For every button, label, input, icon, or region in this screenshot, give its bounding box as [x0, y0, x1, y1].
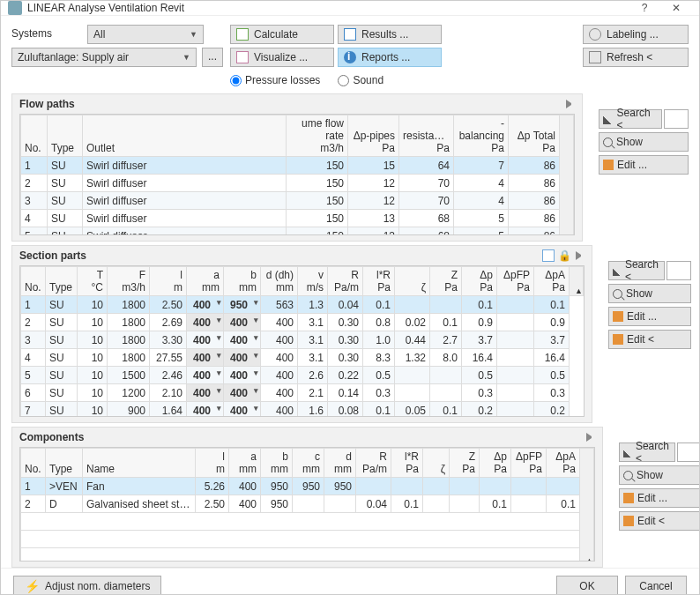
magnifier-icon	[623, 471, 633, 480]
collapse-icon[interactable]	[566, 100, 575, 108]
table-row[interactable]	[21, 548, 594, 562]
table-row[interactable]: 1SUSwirl diffuser1501564786	[21, 157, 574, 175]
lightning-icon: ⚡	[25, 579, 40, 593]
search-button[interactable]: Search <	[599, 109, 662, 129]
titlebar: LINEAR Analyse Ventilation Revit ? ✕	[1, 1, 699, 16]
pressure-radio[interactable]: Pressure losses	[230, 74, 320, 86]
table-row[interactable]: 4SUSwirl diffuser1501368586	[21, 210, 574, 227]
calculate-button[interactable]: Calculate	[230, 25, 334, 44]
flow-section: Flow paths No.TypeOutlet ume flow rate m…	[11, 93, 583, 242]
sections-title: Section parts	[19, 249, 86, 262]
edit-button[interactable]: Edit ...	[619, 488, 699, 508]
components-table[interactable]: No.TypeName l ma mmb mmc mmd mmR Pa/ml*R…	[19, 447, 595, 562]
search-input[interactable]	[677, 443, 699, 462]
table-row[interactable]: 2SU1018002.694004004003.10.300.80.020.10…	[21, 314, 584, 331]
adjust-diameters-button[interactable]: ⚡Adjust nom. diameters	[13, 576, 161, 595]
show-button[interactable]: Show	[619, 465, 699, 485]
scroll-up[interactable]: ▲	[580, 556, 593, 562]
doc-icon[interactable]	[542, 249, 555, 262]
sections-section: Section parts🔒 No.Type T °CF m3/hl ma mm…	[11, 245, 592, 423]
table-row[interactable]: 1>VENFan5.26400950950950	[21, 478, 594, 495]
flow-title: Flow paths	[19, 98, 75, 110]
footer: ⚡Adjust nom. diameters OK Cancel	[1, 568, 699, 595]
search-input[interactable]	[666, 261, 691, 280]
cancel-button[interactable]: Cancel	[625, 576, 687, 595]
subsystem-more-button[interactable]: ...	[202, 48, 223, 67]
show-button[interactable]: Show	[608, 284, 691, 303]
app-icon	[8, 1, 22, 15]
table-row[interactable]: 6SU1012002.104004004002.10.140.30.30.3	[21, 384, 584, 402]
eyedropper-icon	[613, 265, 622, 276]
edit-lt-button[interactable]: Edit <	[608, 330, 691, 349]
collapse-icon[interactable]	[576, 251, 585, 260]
edit-lt-button[interactable]: Edit <	[619, 511, 699, 531]
subsystem-dropdown[interactable]: Zuluftanlage: Supply air ▼	[11, 48, 197, 67]
components-section: Components No.TypeName l ma mmb mmc mmd …	[11, 427, 603, 568]
calculate-icon	[236, 28, 249, 41]
labeling-button[interactable]: Labeling ...	[583, 25, 689, 44]
collapse-icon[interactable]	[586, 433, 595, 442]
edit-icon	[613, 334, 623, 345]
table-row[interactable]: 5SUSwirl diffuser1501368586	[21, 227, 574, 236]
search-button[interactable]: Search <	[608, 261, 665, 280]
table-row[interactable]	[21, 531, 594, 548]
flow-header: No.TypeOutlet ume flow rate m3/hΔp-pipes…	[21, 115, 574, 157]
table-row[interactable]: 5SU1015002.464004004002.60.220.50.50.5	[21, 367, 584, 384]
edit-icon	[603, 160, 614, 170]
content: Flow paths No.TypeOutlet ume flow rate m…	[1, 90, 699, 568]
visualize-button[interactable]: Visualize ...	[230, 48, 334, 67]
edit-icon	[623, 493, 634, 503]
edit-button[interactable]: Edit ...	[608, 307, 691, 326]
eyedropper-icon	[603, 114, 614, 124]
results-icon	[344, 28, 356, 41]
components-header: No.TypeName l ma mmb mmc mmd mmR Pa/ml*R…	[21, 449, 594, 478]
magnifier-icon	[613, 289, 622, 299]
edit-icon	[623, 516, 634, 526]
reports-button[interactable]: Reports ...	[338, 48, 442, 67]
info-icon	[344, 51, 356, 63]
labeling-icon	[589, 28, 601, 41]
flow-table[interactable]: No.TypeOutlet ume flow rate m3/hΔp-pipes…	[19, 114, 575, 235]
close-button[interactable]: ✕	[660, 2, 692, 14]
magnifier-icon	[603, 138, 613, 147]
window-title: LINEAR Analyse Ventilation Revit	[27, 2, 629, 14]
search-input[interactable]	[664, 109, 689, 129]
components-title: Components	[19, 431, 84, 443]
systems-value: All	[93, 28, 105, 41]
lock-icon[interactable]: 🔒	[558, 249, 570, 262]
edit-button[interactable]: Edit ...	[599, 155, 689, 175]
sections-header: No.Type T °CF m3/hl ma mmb mmd (dh) mmv …	[21, 267, 584, 296]
table-row[interactable]: 3SUSwirl diffuser1501270486	[21, 192, 574, 210]
table-row[interactable]: 2DGalvanised sheet steel ...2.504009500.…	[21, 495, 594, 513]
refresh-button[interactable]: Refresh <	[583, 48, 689, 67]
table-row[interactable]: 1SU1018002.504009505631.30.040.10.10.1	[21, 296, 584, 314]
systems-dropdown[interactable]: All ▼	[87, 25, 204, 44]
subsystem-value: Zuluftanlage: Supply air	[18, 51, 129, 63]
table-row[interactable]: 4SU10180027.554004004003.10.308.31.328.0…	[21, 349, 584, 367]
search-button[interactable]: Search <	[619, 443, 675, 462]
edit-icon	[613, 311, 623, 322]
visualize-icon	[236, 51, 249, 63]
chevron-down-icon: ▼	[190, 30, 197, 39]
refresh-icon	[589, 51, 601, 63]
sound-radio[interactable]: Sound	[338, 74, 384, 86]
table-row[interactable]: 7SU109001.644004004001.60.080.10.050.10.…	[21, 402, 584, 418]
results-button[interactable]: Results ...	[338, 25, 442, 44]
table-row[interactable]	[21, 513, 594, 531]
scroll-up[interactable]: ▲	[570, 286, 583, 295]
table-row[interactable]: 3SU1018003.304004004003.10.301.00.442.73…	[21, 331, 584, 349]
ok-button[interactable]: OK	[556, 576, 618, 595]
chevron-down-icon: ▼	[182, 53, 190, 62]
systems-label: Systems	[11, 27, 52, 40]
eyedropper-icon	[623, 447, 632, 457]
help-button[interactable]: ?	[629, 2, 660, 14]
table-row[interactable]: 2SUSwirl diffuser1501270486	[21, 175, 574, 192]
sections-table[interactable]: No.Type T °CF m3/hl ma mmb mmd (dh) mmv …	[19, 265, 585, 417]
toolbar: Systems All ▼ Zuluftanlage: Supply air ▼…	[1, 16, 699, 90]
show-button[interactable]: Show	[599, 132, 689, 152]
